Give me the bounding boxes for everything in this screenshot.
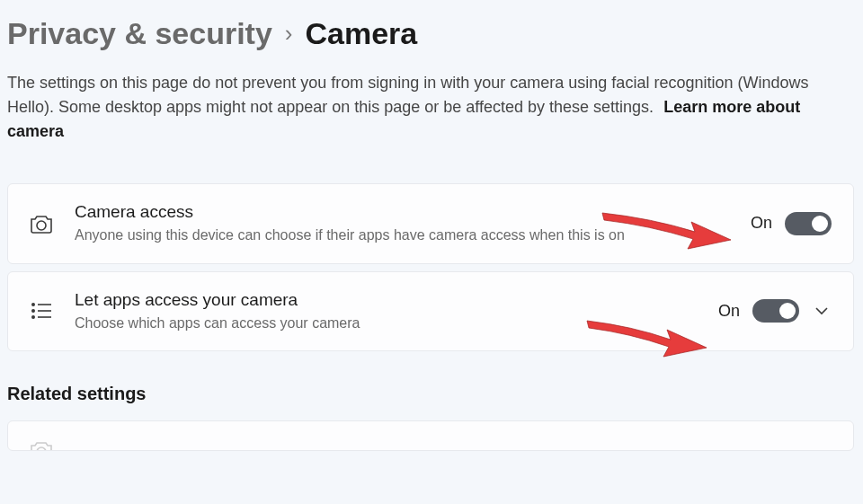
related-settings-heading: Related settings <box>7 384 854 404</box>
breadcrumb: Privacy & security › Camera <box>7 16 854 51</box>
setting-title: Let apps access your camera <box>75 290 698 310</box>
svg-point-1 <box>32 304 34 305</box>
setting-subtitle: Choose which apps can access your camera <box>75 314 698 333</box>
toggle-state-label: On <box>718 302 740 321</box>
setting-subtitle: Anyone using this device can choose if t… <box>75 225 731 245</box>
toggle-state-label: On <box>751 214 772 233</box>
svg-point-3 <box>32 310 34 312</box>
breadcrumb-current: Camera <box>306 16 418 51</box>
setting-title: Camera access <box>75 202 731 222</box>
chevron-right-icon: › <box>285 20 293 48</box>
apps-access-toggle[interactable] <box>752 299 799 323</box>
setting-let-apps-access-camera[interactable]: Let apps access your camera Choose which… <box>7 271 854 352</box>
page-description: The settings on this page do not prevent… <box>7 71 852 144</box>
breadcrumb-parent[interactable]: Privacy & security <box>7 16 272 51</box>
related-setting-item[interactable] <box>7 420 854 451</box>
camera-icon <box>28 439 55 451</box>
svg-point-5 <box>32 316 34 318</box>
camera-icon <box>28 213 55 234</box>
svg-point-0 <box>37 221 46 230</box>
expand-chevron-icon[interactable] <box>812 303 832 319</box>
svg-point-7 <box>37 447 46 451</box>
setting-camera-access: Camera access Anyone using this device c… <box>7 183 854 264</box>
list-icon <box>28 301 55 321</box>
camera-access-toggle[interactable] <box>785 212 832 235</box>
